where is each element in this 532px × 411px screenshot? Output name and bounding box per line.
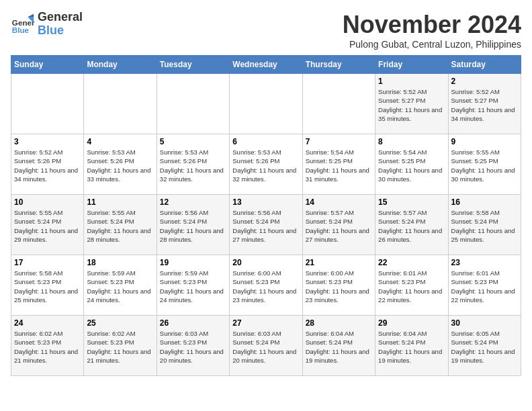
day-number-6: 6 <box>232 137 299 146</box>
day-info-5: Sunrise: 5:53 AM Sunset: 5:26 PM Dayligh… <box>160 148 226 183</box>
day-number-13: 13 <box>232 197 299 207</box>
day-info-24: Sunrise: 6:02 AM Sunset: 5:23 PM Dayligh… <box>14 329 81 365</box>
cell-r0-c6: 2Sunrise: 5:52 AM Sunset: 5:27 PM Daylig… <box>448 74 521 134</box>
day-info-1: Sunrise: 5:52 AM Sunset: 5:27 PM Dayligh… <box>378 87 445 123</box>
calendar-row-0: 1Sunrise: 5:52 AM Sunset: 5:27 PM Daylig… <box>11 74 521 134</box>
header-thursday: Thursday <box>302 56 375 74</box>
svg-text:Blue: Blue <box>12 25 30 34</box>
cell-r2-c0: 10Sunrise: 5:55 AM Sunset: 5:24 PM Dayli… <box>11 195 84 255</box>
day-info-6: Sunrise: 5:53 AM Sunset: 5:26 PM Dayligh… <box>232 148 299 183</box>
cell-r3-c2: 19Sunrise: 5:59 AM Sunset: 5:23 PM Dayli… <box>157 255 229 316</box>
cell-r0-c1 <box>84 74 157 134</box>
day-info-22: Sunrise: 6:01 AM Sunset: 5:23 PM Dayligh… <box>378 269 445 304</box>
day-info-18: Sunrise: 5:59 AM Sunset: 5:23 PM Dayligh… <box>87 269 153 304</box>
header-tuesday: Tuesday <box>157 56 229 74</box>
cell-r3-c3: 20Sunrise: 6:00 AM Sunset: 5:23 PM Dayli… <box>230 255 302 316</box>
day-number-11: 11 <box>87 197 153 207</box>
cell-r0-c0 <box>11 74 84 134</box>
cell-r2-c5: 15Sunrise: 5:57 AM Sunset: 5:24 PM Dayli… <box>375 195 448 255</box>
page-header: General Blue General Blue November 2024 … <box>11 11 521 50</box>
cell-r1-c4: 7Sunrise: 5:54 AM Sunset: 5:25 PM Daylig… <box>302 134 375 195</box>
day-info-8: Sunrise: 5:54 AM Sunset: 5:25 PM Dayligh… <box>378 148 445 183</box>
cell-r4-c0: 24Sunrise: 6:02 AM Sunset: 5:23 PM Dayli… <box>11 316 84 376</box>
day-info-19: Sunrise: 5:59 AM Sunset: 5:23 PM Dayligh… <box>160 269 226 304</box>
header-friday: Friday <box>375 56 448 74</box>
cell-r2-c4: 14Sunrise: 5:57 AM Sunset: 5:24 PM Dayli… <box>302 195 375 255</box>
day-info-23: Sunrise: 6:01 AM Sunset: 5:23 PM Dayligh… <box>451 269 518 304</box>
day-number-2: 2 <box>451 77 518 86</box>
day-number-9: 9 <box>451 137 518 146</box>
cell-r2-c3: 13Sunrise: 5:56 AM Sunset: 5:24 PM Dayli… <box>230 195 302 255</box>
cell-r3-c1: 18Sunrise: 5:59 AM Sunset: 5:23 PM Dayli… <box>84 255 157 316</box>
day-number-27: 27 <box>232 318 299 328</box>
cell-r4-c4: 28Sunrise: 6:04 AM Sunset: 5:24 PM Dayli… <box>302 316 375 376</box>
cell-r1-c0: 3Sunrise: 5:52 AM Sunset: 5:26 PM Daylig… <box>11 134 84 195</box>
cell-r4-c5: 29Sunrise: 6:04 AM Sunset: 5:24 PM Dayli… <box>375 316 448 376</box>
svg-marker-3 <box>28 13 34 17</box>
title-block: November 2024 Pulong Gubat, Central Luzo… <box>343 11 521 50</box>
header-wednesday: Wednesday <box>230 56 302 74</box>
day-info-28: Sunrise: 6:04 AM Sunset: 5:24 PM Dayligh… <box>306 329 372 365</box>
calendar-row-4: 24Sunrise: 6:02 AM Sunset: 5:23 PM Dayli… <box>11 316 521 376</box>
day-info-29: Sunrise: 6:04 AM Sunset: 5:24 PM Dayligh… <box>378 329 445 365</box>
day-number-1: 1 <box>378 77 445 86</box>
day-number-26: 26 <box>160 318 226 328</box>
cell-r3-c0: 17Sunrise: 5:58 AM Sunset: 5:23 PM Dayli… <box>11 255 84 316</box>
cell-r1-c3: 6Sunrise: 5:53 AM Sunset: 5:26 PM Daylig… <box>230 134 302 195</box>
day-info-16: Sunrise: 5:58 AM Sunset: 5:24 PM Dayligh… <box>451 208 518 244</box>
logo-icon: General Blue <box>11 12 35 36</box>
day-number-14: 14 <box>306 197 372 207</box>
day-info-9: Sunrise: 5:55 AM Sunset: 5:25 PM Dayligh… <box>451 148 518 183</box>
day-info-26: Sunrise: 6:03 AM Sunset: 5:23 PM Dayligh… <box>160 329 226 365</box>
day-number-25: 25 <box>87 318 153 328</box>
header-monday: Monday <box>84 56 157 74</box>
day-number-21: 21 <box>306 258 372 267</box>
day-info-20: Sunrise: 6:00 AM Sunset: 5:23 PM Dayligh… <box>232 269 299 304</box>
day-info-17: Sunrise: 5:58 AM Sunset: 5:23 PM Dayligh… <box>14 269 81 304</box>
weekday-header-row: SundayMondayTuesdayWednesdayThursdayFrid… <box>11 56 521 74</box>
day-info-25: Sunrise: 6:02 AM Sunset: 5:23 PM Dayligh… <box>87 329 153 365</box>
day-info-15: Sunrise: 5:57 AM Sunset: 5:24 PM Dayligh… <box>378 208 445 244</box>
day-number-17: 17 <box>14 258 81 267</box>
cell-r4-c2: 26Sunrise: 6:03 AM Sunset: 5:23 PM Dayli… <box>157 316 229 376</box>
cell-r2-c1: 11Sunrise: 5:55 AM Sunset: 5:24 PM Dayli… <box>84 195 157 255</box>
day-number-7: 7 <box>306 137 372 146</box>
cell-r0-c4 <box>302 74 375 134</box>
cell-r1-c5: 8Sunrise: 5:54 AM Sunset: 5:25 PM Daylig… <box>375 134 448 195</box>
cell-r0-c5: 1Sunrise: 5:52 AM Sunset: 5:27 PM Daylig… <box>375 74 448 134</box>
cell-r3-c4: 21Sunrise: 6:00 AM Sunset: 5:23 PM Dayli… <box>302 255 375 316</box>
location: Pulong Gubat, Central Luzon, Philippines <box>343 39 521 50</box>
day-info-11: Sunrise: 5:55 AM Sunset: 5:24 PM Dayligh… <box>87 208 153 244</box>
header-sunday: Sunday <box>11 56 84 74</box>
day-number-10: 10 <box>14 197 81 207</box>
cell-r0-c3 <box>230 74 302 134</box>
day-number-16: 16 <box>451 197 518 207</box>
cell-r3-c5: 22Sunrise: 6:01 AM Sunset: 5:23 PM Dayli… <box>375 255 448 316</box>
day-info-3: Sunrise: 5:52 AM Sunset: 5:26 PM Dayligh… <box>14 148 81 183</box>
day-info-27: Sunrise: 6:03 AM Sunset: 5:24 PM Dayligh… <box>232 329 299 365</box>
day-number-15: 15 <box>378 197 445 207</box>
day-number-18: 18 <box>87 258 153 267</box>
cell-r2-c2: 12Sunrise: 5:56 AM Sunset: 5:24 PM Dayli… <box>157 195 229 255</box>
day-number-30: 30 <box>451 318 518 328</box>
calendar-table: SundayMondayTuesdayWednesdayThursdayFrid… <box>11 55 521 376</box>
cell-r1-c1: 4Sunrise: 5:53 AM Sunset: 5:26 PM Daylig… <box>84 134 157 195</box>
day-info-10: Sunrise: 5:55 AM Sunset: 5:24 PM Dayligh… <box>14 208 81 244</box>
calendar-row-3: 17Sunrise: 5:58 AM Sunset: 5:23 PM Dayli… <box>11 255 521 316</box>
cell-r4-c6: 30Sunrise: 6:05 AM Sunset: 5:24 PM Dayli… <box>448 316 521 376</box>
header-saturday: Saturday <box>448 56 521 74</box>
day-number-3: 3 <box>14 137 81 146</box>
day-info-4: Sunrise: 5:53 AM Sunset: 5:26 PM Dayligh… <box>87 148 153 183</box>
day-number-22: 22 <box>378 258 445 267</box>
logo-text: General Blue <box>38 11 83 38</box>
day-info-21: Sunrise: 6:00 AM Sunset: 5:23 PM Dayligh… <box>306 269 372 304</box>
cell-r4-c1: 25Sunrise: 6:02 AM Sunset: 5:23 PM Dayli… <box>84 316 157 376</box>
cell-r3-c6: 23Sunrise: 6:01 AM Sunset: 5:23 PM Dayli… <box>448 255 521 316</box>
calendar-row-1: 3Sunrise: 5:52 AM Sunset: 5:26 PM Daylig… <box>11 134 521 195</box>
cell-r4-c3: 27Sunrise: 6:03 AM Sunset: 5:24 PM Dayli… <box>230 316 302 376</box>
logo: General Blue General Blue <box>11 11 83 38</box>
day-number-5: 5 <box>160 137 226 146</box>
day-number-12: 12 <box>160 197 226 207</box>
day-number-8: 8 <box>378 137 445 146</box>
day-info-2: Sunrise: 5:52 AM Sunset: 5:27 PM Dayligh… <box>451 87 518 123</box>
